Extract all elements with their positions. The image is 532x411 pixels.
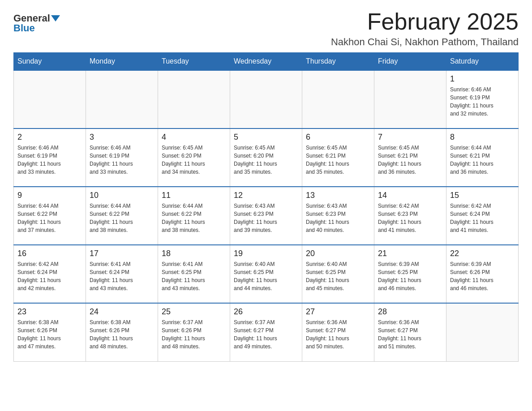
day-info: Sunrise: 6:43 AM Sunset: 6:23 PM Dayligh… [234, 202, 298, 234]
calendar-cell: 19Sunrise: 6:40 AM Sunset: 6:25 PM Dayli… [230, 245, 302, 303]
day-info: Sunrise: 6:39 AM Sunset: 6:25 PM Dayligh… [378, 260, 442, 292]
location-title: Nakhon Chai Si, Nakhon Pathom, Thailand [331, 36, 519, 48]
day-number: 14 [378, 191, 442, 200]
calendar-cell: 8Sunrise: 6:44 AM Sunset: 6:21 PM Daylig… [446, 128, 519, 187]
day-info: Sunrise: 6:38 AM Sunset: 6:26 PM Dayligh… [90, 318, 154, 351]
week-row-5: 23Sunrise: 6:38 AM Sunset: 6:26 PM Dayli… [14, 303, 519, 361]
weekday-header-saturday: Saturday [446, 53, 519, 71]
day-info: Sunrise: 6:45 AM Sunset: 6:20 PM Dayligh… [234, 144, 298, 176]
week-row-1: 1Sunrise: 6:46 AM Sunset: 6:19 PM Daylig… [14, 70, 519, 128]
calendar-cell: 6Sunrise: 6:45 AM Sunset: 6:21 PM Daylig… [302, 128, 374, 187]
calendar-cell: 20Sunrise: 6:40 AM Sunset: 6:25 PM Dayli… [302, 245, 374, 303]
day-number: 6 [306, 133, 370, 142]
day-number: 9 [17, 191, 82, 200]
logo-general-text: General [13, 13, 50, 23]
day-number: 10 [90, 191, 154, 200]
week-row-4: 16Sunrise: 6:42 AM Sunset: 6:24 PM Dayli… [14, 245, 519, 303]
day-info: Sunrise: 6:45 AM Sunset: 6:20 PM Dayligh… [162, 144, 226, 176]
calendar-cell: 12Sunrise: 6:43 AM Sunset: 6:23 PM Dayli… [230, 187, 302, 245]
calendar-cell [446, 303, 519, 361]
day-info: Sunrise: 6:36 AM Sunset: 6:27 PM Dayligh… [378, 318, 442, 351]
day-info: Sunrise: 6:40 AM Sunset: 6:25 PM Dayligh… [234, 260, 298, 292]
day-number: 16 [17, 249, 82, 258]
day-info: Sunrise: 6:45 AM Sunset: 6:21 PM Dayligh… [378, 144, 442, 176]
calendar-cell: 26Sunrise: 6:37 AM Sunset: 6:27 PM Dayli… [230, 303, 302, 361]
day-info: Sunrise: 6:43 AM Sunset: 6:23 PM Dayligh… [306, 202, 370, 234]
calendar-cell: 25Sunrise: 6:37 AM Sunset: 6:26 PM Dayli… [158, 303, 230, 361]
day-number: 28 [378, 307, 442, 317]
calendar-cell: 16Sunrise: 6:42 AM Sunset: 6:24 PM Dayli… [14, 245, 86, 303]
weekday-header-wednesday: Wednesday [230, 53, 302, 71]
day-number: 18 [162, 249, 226, 258]
day-number: 20 [306, 249, 370, 258]
day-number: 26 [234, 307, 298, 317]
calendar-cell: 3Sunrise: 6:46 AM Sunset: 6:19 PM Daylig… [86, 128, 158, 187]
day-info: Sunrise: 6:42 AM Sunset: 6:24 PM Dayligh… [17, 260, 82, 292]
calendar-cell: 28Sunrise: 6:36 AM Sunset: 6:27 PM Dayli… [374, 303, 446, 361]
calendar-cell: 17Sunrise: 6:41 AM Sunset: 6:24 PM Dayli… [86, 245, 158, 303]
calendar-cell [14, 70, 86, 128]
day-number: 27 [306, 307, 370, 317]
day-info: Sunrise: 6:41 AM Sunset: 6:25 PM Dayligh… [162, 260, 226, 292]
day-number: 3 [90, 133, 154, 142]
day-number: 4 [162, 133, 226, 142]
month-title: February 2025 [331, 9, 519, 34]
day-number: 21 [378, 249, 442, 258]
page-header: General Blue February 2025 Nakhon Chai S… [13, 9, 519, 48]
day-info: Sunrise: 6:37 AM Sunset: 6:26 PM Dayligh… [162, 318, 226, 351]
day-number: 23 [17, 307, 82, 317]
day-info: Sunrise: 6:42 AM Sunset: 6:24 PM Dayligh… [450, 202, 515, 234]
day-info: Sunrise: 6:44 AM Sunset: 6:21 PM Dayligh… [450, 144, 515, 176]
calendar-cell: 9Sunrise: 6:44 AM Sunset: 6:22 PM Daylig… [14, 187, 86, 245]
day-info: Sunrise: 6:44 AM Sunset: 6:22 PM Dayligh… [90, 202, 154, 234]
weekday-header-friday: Friday [374, 53, 446, 71]
day-info: Sunrise: 6:46 AM Sunset: 6:19 PM Dayligh… [450, 86, 515, 118]
day-info: Sunrise: 6:44 AM Sunset: 6:22 PM Dayligh… [162, 202, 226, 234]
calendar-cell [302, 70, 374, 128]
day-info: Sunrise: 6:38 AM Sunset: 6:26 PM Dayligh… [17, 318, 82, 351]
day-info: Sunrise: 6:41 AM Sunset: 6:24 PM Dayligh… [90, 260, 154, 292]
day-number: 19 [234, 249, 298, 258]
day-number: 24 [90, 307, 154, 317]
day-info: Sunrise: 6:46 AM Sunset: 6:19 PM Dayligh… [17, 144, 82, 176]
calendar-cell [374, 70, 446, 128]
day-info: Sunrise: 6:36 AM Sunset: 6:27 PM Dayligh… [306, 318, 370, 351]
calendar-cell: 14Sunrise: 6:42 AM Sunset: 6:23 PM Dayli… [374, 187, 446, 245]
calendar-cell: 11Sunrise: 6:44 AM Sunset: 6:22 PM Dayli… [158, 187, 230, 245]
week-row-2: 2Sunrise: 6:46 AM Sunset: 6:19 PM Daylig… [14, 128, 519, 187]
day-number: 22 [450, 249, 515, 258]
calendar-cell: 2Sunrise: 6:46 AM Sunset: 6:19 PM Daylig… [14, 128, 86, 187]
calendar-cell [86, 70, 158, 128]
calendar-cell: 5Sunrise: 6:45 AM Sunset: 6:20 PM Daylig… [230, 128, 302, 187]
day-info: Sunrise: 6:37 AM Sunset: 6:27 PM Dayligh… [234, 318, 298, 351]
day-number: 15 [450, 191, 515, 200]
calendar-cell: 22Sunrise: 6:39 AM Sunset: 6:26 PM Dayli… [446, 245, 519, 303]
week-row-3: 9Sunrise: 6:44 AM Sunset: 6:22 PM Daylig… [14, 187, 519, 245]
calendar-cell [158, 70, 230, 128]
day-info: Sunrise: 6:42 AM Sunset: 6:23 PM Dayligh… [378, 202, 442, 234]
day-number: 7 [378, 133, 442, 142]
calendar-cell [230, 70, 302, 128]
day-number: 13 [306, 191, 370, 200]
day-info: Sunrise: 6:39 AM Sunset: 6:26 PM Dayligh… [450, 260, 515, 292]
day-info: Sunrise: 6:45 AM Sunset: 6:21 PM Dayligh… [306, 144, 370, 176]
day-number: 11 [162, 191, 226, 200]
day-number: 25 [162, 307, 226, 317]
calendar-cell: 10Sunrise: 6:44 AM Sunset: 6:22 PM Dayli… [86, 187, 158, 245]
day-info: Sunrise: 6:40 AM Sunset: 6:25 PM Dayligh… [306, 260, 370, 292]
weekday-header-tuesday: Tuesday [158, 53, 230, 71]
calendar-cell: 24Sunrise: 6:38 AM Sunset: 6:26 PM Dayli… [86, 303, 158, 361]
day-number: 2 [17, 133, 82, 142]
day-info: Sunrise: 6:46 AM Sunset: 6:19 PM Dayligh… [90, 144, 154, 176]
calendar-cell: 27Sunrise: 6:36 AM Sunset: 6:27 PM Dayli… [302, 303, 374, 361]
logo-blue-text: Blue [13, 23, 35, 33]
calendar-table: SundayMondayTuesdayWednesdayThursdayFrid… [13, 52, 519, 362]
calendar-cell: 7Sunrise: 6:45 AM Sunset: 6:21 PM Daylig… [374, 128, 446, 187]
day-number: 5 [234, 133, 298, 142]
weekday-header-row: SundayMondayTuesdayWednesdayThursdayFrid… [14, 53, 519, 71]
day-number: 17 [90, 249, 154, 258]
calendar-cell: 23Sunrise: 6:38 AM Sunset: 6:26 PM Dayli… [14, 303, 86, 361]
day-number: 12 [234, 191, 298, 200]
day-number: 1 [450, 74, 515, 84]
logo-arrow-icon [51, 15, 60, 21]
